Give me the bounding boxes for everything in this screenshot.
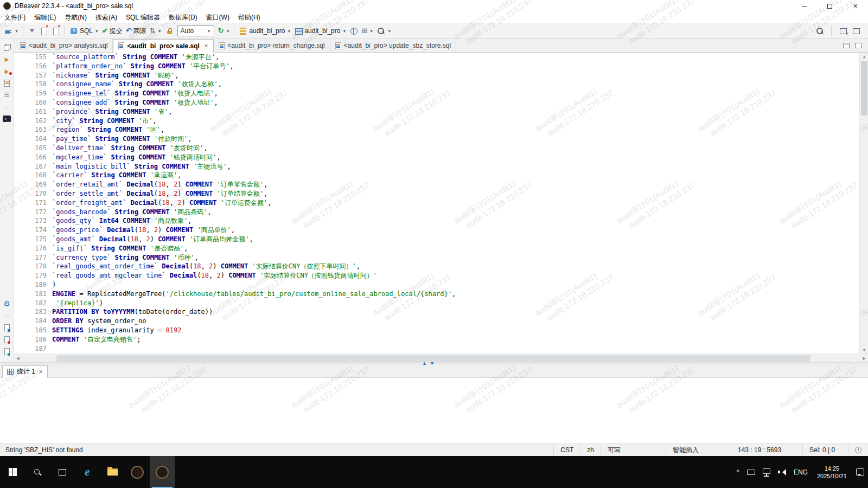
menu-item[interactable]: 搜索(A) — [91, 12, 122, 23]
code-line[interactable]: 172`goods_barcode` String COMMENT '商品条码'… — [14, 208, 859, 217]
execute-script-button[interactable] — [38, 25, 50, 36]
menu-item[interactable]: 帮助(H) — [234, 12, 265, 23]
task-view-button[interactable] — [50, 456, 75, 488]
code-line[interactable]: 156`platform_order_no` String COMMENT '平… — [14, 62, 859, 71]
scroll-right-icon[interactable]: ▶ — [860, 354, 868, 363]
perspective-icon[interactable] — [852, 27, 860, 35]
tab-close-icon[interactable]: ✕ — [204, 43, 208, 49]
close-button[interactable]: ✕ — [843, 0, 868, 12]
code-line[interactable]: 184ORDER BY system_order_no — [14, 317, 859, 326]
status-write-mode[interactable]: 可写 — [601, 444, 666, 456]
grid-view-dropdown[interactable]: ⊞ ▼ — [360, 25, 375, 36]
output-console-icon[interactable]: >_ — [2, 114, 12, 123]
taskbar-search-button[interactable] — [25, 456, 50, 488]
doc-icon-teal[interactable] — [2, 347, 12, 356]
code-line[interactable]: 175`goods_amt` Decimal(18, 2) COMMENT '订… — [14, 235, 859, 244]
code-line[interactable]: 173`goods_qty` Int64 COMMENT '商品数量', — [14, 216, 859, 226]
editor-tab[interactable]: <audit_bi_pro> sale.sql✕ — [113, 39, 214, 53]
tray-expand-chevron[interactable]: ^ — [732, 456, 743, 488]
vertical-scroll-thumb[interactable] — [861, 61, 867, 115]
code-line[interactable]: 157`nickname` String COMMENT '昵称', — [14, 71, 859, 80]
execute-new-tab-icon[interactable]: ▶ — [2, 67, 12, 75]
status-insert-mode[interactable]: 智能插入 — [666, 444, 731, 456]
menu-item[interactable]: 导航(N) — [60, 12, 91, 23]
doc-icon-red[interactable] — [2, 335, 12, 344]
code-line[interactable]: 181ENGINE = ReplicatedMergeTree('/clickh… — [14, 290, 859, 299]
code-line[interactable]: 162`city` String COMMENT '市', — [14, 117, 859, 126]
menu-item[interactable]: 窗口(W) — [202, 12, 234, 23]
code-line[interactable]: 160`consignee_add` String COMMENT '收货人地址… — [14, 98, 859, 107]
transaction-mode-dropdown[interactable]: ⇅ ▼ — [148, 25, 163, 36]
network-button[interactable] — [759, 456, 774, 488]
code-line[interactable]: 168`carrier` String COMMENT '承运商', — [14, 171, 859, 180]
commit-button[interactable]: ✔ 提交 — [100, 25, 124, 37]
code-line[interactable]: 178`real_goods_amt_order_time` Decimal(1… — [14, 262, 859, 271]
transaction-log-button[interactable]: ↻ ▼ — [216, 25, 232, 36]
code-line[interactable]: 182 '{replica}') — [14, 299, 859, 308]
code-line[interactable]: 163`region` String COMMENT '区', — [14, 125, 859, 134]
code-line[interactable]: 159`consignee_tel` String COMMENT '收货人电话… — [14, 89, 859, 98]
code-line[interactable]: 167`main_logistic_bill` String COMMENT '… — [14, 162, 859, 171]
code-line[interactable]: 171`order_freight_amt` Decimal(18, 2) CO… — [14, 198, 859, 208]
status-cursor-position[interactable]: 143 : 19 : 5693 — [731, 444, 802, 456]
search-dropdown[interactable]: ▼ — [375, 25, 393, 36]
tab-statistics[interactable]: 统计 1 ✕ — [2, 365, 48, 378]
code-line[interactable]: 169`order_retail_amt` Decimal(18, 2) COM… — [14, 180, 859, 189]
execute-script-icon[interactable] — [2, 79, 12, 87]
code-line[interactable]: 164`pay_time` String COMMENT '付款时间', — [14, 134, 859, 144]
scroll-down-icon[interactable]: ▼ — [860, 346, 868, 354]
doc-icon-blue[interactable] — [2, 323, 12, 332]
code-line[interactable]: 155`source_platform` String COMMENT '来源平… — [14, 53, 859, 62]
scroll-up-icon[interactable]: ▲ — [860, 53, 868, 60]
start-button[interactable] — [0, 456, 25, 488]
restore-panel-icon[interactable] — [2, 43, 12, 52]
code-line[interactable]: 158`consignee_name` String COMMENT '收货人名… — [14, 80, 859, 89]
code-line[interactable]: 176`is_gift` String COMMENT '是否赠品', — [14, 244, 859, 253]
status-notifications[interactable] — [848, 444, 868, 456]
code-line[interactable]: 165`deliver_time` String COMMENT '发货时间', — [14, 144, 859, 153]
status-timezone[interactable]: CST — [553, 444, 580, 456]
database-select[interactable]: audit_bi_pro ▼ — [292, 25, 348, 36]
explain-plan-icon[interactable]: ☰ — [2, 91, 12, 99]
status-language[interactable]: zh — [580, 444, 601, 456]
network-button[interactable] — [348, 25, 360, 36]
scroll-left-icon[interactable]: ◀ — [14, 354, 22, 363]
touch-keyboard-button[interactable] — [743, 456, 759, 488]
quick-access-search-icon[interactable] — [815, 27, 824, 35]
editor-tab[interactable]: <audit_bi_pro> analysis.sql — [15, 39, 113, 52]
transaction-lock-button[interactable] — [163, 25, 175, 36]
code-line[interactable]: 170`order_settle_amt` Decimal(18, 2) COM… — [14, 189, 859, 198]
fetch-data-button[interactable] — [26, 25, 38, 36]
dbeaver-taskbar-button-active[interactable] — [150, 456, 175, 488]
input-language-button[interactable]: ENG — [790, 456, 812, 488]
menu-item[interactable]: 数据库(D) — [164, 12, 202, 23]
execute-statement-icon[interactable]: ▶ — [2, 55, 12, 63]
sql-code-editor[interactable]: 155`source_platform` String COMMENT '来源平… — [14, 53, 859, 354]
panel-tab-close-icon[interactable]: ✕ — [39, 369, 43, 375]
rollback-button[interactable]: ↶ 回滚 — [124, 25, 148, 37]
internet-explorer-button[interactable]: e — [75, 456, 100, 488]
file-explorer-button[interactable] — [100, 456, 125, 488]
sql-editor-dropdown[interactable]: SQL ▼ — [68, 25, 100, 36]
code-line[interactable]: 185SETTINGS index_granularity = 8192 — [14, 326, 859, 335]
editor-horizontal-scrollbar[interactable]: ◀ ▶ — [14, 354, 868, 362]
editor-tab[interactable]: <audit_bi_pro> update_sbz_store.sql — [330, 39, 456, 52]
open-perspective-icon[interactable] — [839, 27, 847, 35]
code-line[interactable]: 166`mgclear_time` String COMMENT '钱货两清时间… — [14, 153, 859, 162]
code-line[interactable]: 186COMMENT '自定义电商销售'; — [14, 335, 859, 344]
settings-gear-icon[interactable]: ⚙ — [2, 299, 12, 308]
taskbar-clock[interactable]: 14:25 2025/10/21 — [812, 465, 852, 480]
execute-statement-button[interactable] — [50, 25, 62, 36]
code-line[interactable]: 183PARTITION BY toYYYYMM(toDate(order_da… — [14, 307, 859, 317]
code-line[interactable]: 161`province` String COMMENT '省', — [14, 107, 859, 117]
dbeaver-taskbar-button[interactable] — [125, 456, 150, 488]
volume-button[interactable] — [774, 456, 790, 488]
status-selection[interactable]: Sel: 0 | 0 — [802, 444, 848, 456]
maximize-button[interactable] — [817, 0, 843, 12]
menu-item[interactable]: 编辑(E) — [30, 12, 60, 23]
editor-tab[interactable]: <audit_bi_pro> return_change.sql — [214, 39, 330, 52]
new-connection-button[interactable]: ▼ — [2, 25, 20, 36]
code-line[interactable]: 187 — [14, 344, 859, 354]
code-line[interactable]: 177`currency_type` String COMMENT '币种', — [14, 253, 859, 262]
editor-vertical-scrollbar[interactable]: ▲ ▼ — [859, 53, 868, 354]
